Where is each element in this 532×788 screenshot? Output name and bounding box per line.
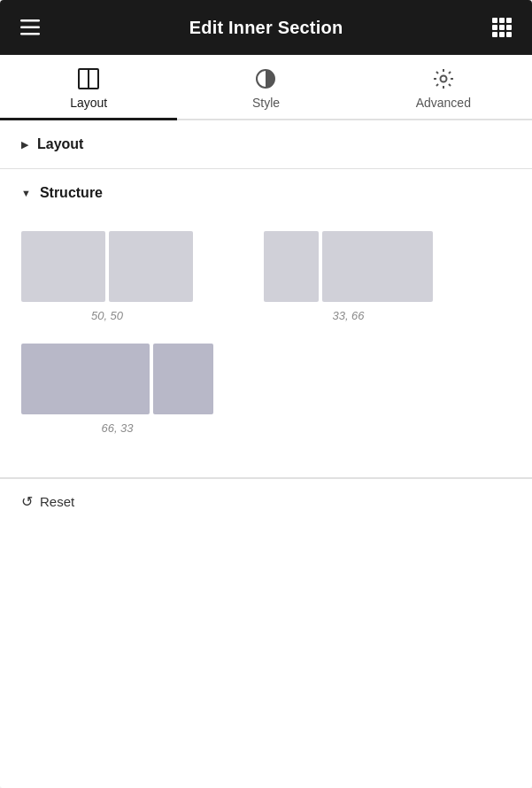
col-block xyxy=(109,231,193,302)
reset-label: Reset xyxy=(40,494,74,509)
cols-preview-33-66 xyxy=(264,231,433,302)
structure-option-33-66[interactable]: 33, 66 xyxy=(264,231,433,322)
reset-icon: ↺ xyxy=(21,493,33,510)
structure-option-label-33-66: 33, 66 xyxy=(332,309,364,322)
col-block xyxy=(153,344,213,414)
tab-layout[interactable]: Layout xyxy=(0,55,177,119)
svg-rect-11 xyxy=(506,32,512,37)
svg-rect-8 xyxy=(506,25,512,30)
structure-row-1: 50, 50 33, 66 xyxy=(21,231,511,322)
grid-icon[interactable] xyxy=(488,13,516,42)
col-block xyxy=(21,344,150,414)
tab-layout-label: Layout xyxy=(70,96,107,110)
tab-bar: Layout Style Advanced xyxy=(0,55,532,120)
layout-icon xyxy=(77,67,100,90)
tab-style[interactable]: Style xyxy=(177,55,354,119)
structure-option-label-66-33: 66, 33 xyxy=(101,421,133,435)
svg-rect-2 xyxy=(20,33,40,35)
svg-rect-7 xyxy=(499,25,505,30)
cols-preview-66-33 xyxy=(21,344,213,414)
structure-option-50-50[interactable]: 50, 50 xyxy=(21,231,193,322)
structure-body: 50, 50 33, 66 xyxy=(0,217,532,477)
structure-section: ▼ Structure 50, 50 xyxy=(0,169,532,478)
svg-rect-5 xyxy=(506,18,512,23)
svg-rect-3 xyxy=(492,18,497,23)
svg-rect-9 xyxy=(492,32,497,37)
col-block xyxy=(21,231,105,302)
structure-row-2: 66, 33 xyxy=(21,344,511,435)
svg-rect-4 xyxy=(499,18,505,23)
tab-style-label: Style xyxy=(252,96,280,110)
structure-section-title: Structure xyxy=(40,185,103,201)
svg-rect-1 xyxy=(20,27,40,29)
svg-rect-6 xyxy=(492,25,497,30)
tab-advanced[interactable]: Advanced xyxy=(355,55,532,119)
hamburger-icon[interactable] xyxy=(16,13,44,42)
panel-header: Edit Inner Section xyxy=(0,0,532,55)
edit-inner-section-panel: Edit Inner Section xyxy=(0,0,532,788)
structure-option-66-33[interactable]: 66, 33 xyxy=(21,344,213,435)
svg-point-15 xyxy=(440,76,446,82)
cols-preview-50-50 xyxy=(21,231,193,302)
reset-bar[interactable]: ↺ Reset xyxy=(0,478,532,524)
layout-section-title: Layout xyxy=(37,136,83,152)
svg-rect-0 xyxy=(20,19,40,22)
tab-advanced-label: Advanced xyxy=(416,96,471,110)
col-block xyxy=(322,231,433,302)
svg-rect-10 xyxy=(499,32,505,37)
panel-content: ▶ Layout ▼ Structure 50 xyxy=(0,120,532,788)
col-block xyxy=(264,231,319,302)
structure-option-label-50-50: 50, 50 xyxy=(91,309,123,322)
style-icon xyxy=(254,67,277,90)
panel-title: Edit Inner Section xyxy=(189,18,343,38)
layout-section-arrow: ▶ xyxy=(21,139,28,151)
layout-section-header[interactable]: ▶ Layout xyxy=(0,120,532,168)
structure-section-header[interactable]: ▼ Structure xyxy=(0,169,532,217)
advanced-icon xyxy=(432,67,455,90)
structure-section-arrow: ▼ xyxy=(21,188,31,198)
layout-section: ▶ Layout xyxy=(0,120,532,169)
